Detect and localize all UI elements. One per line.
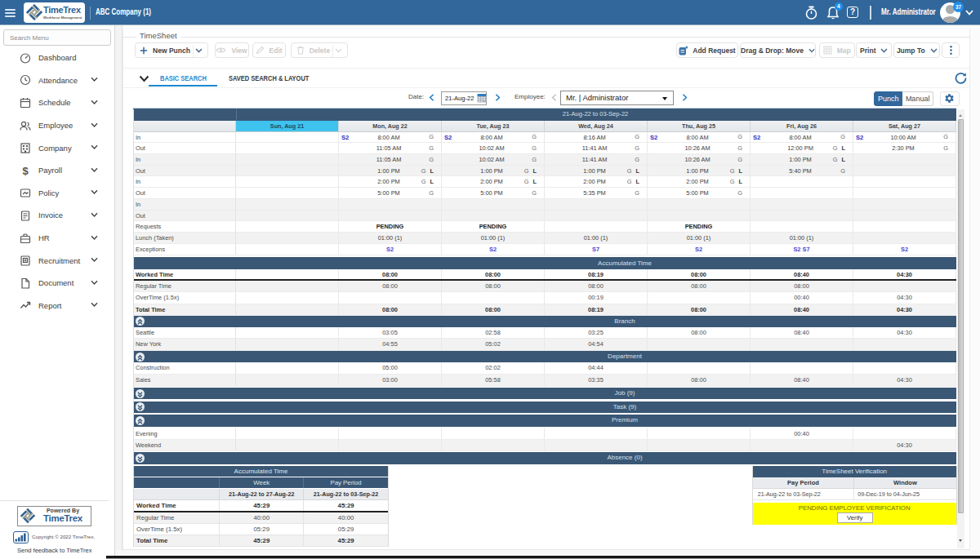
svg-text:$: $ [23,165,29,176]
